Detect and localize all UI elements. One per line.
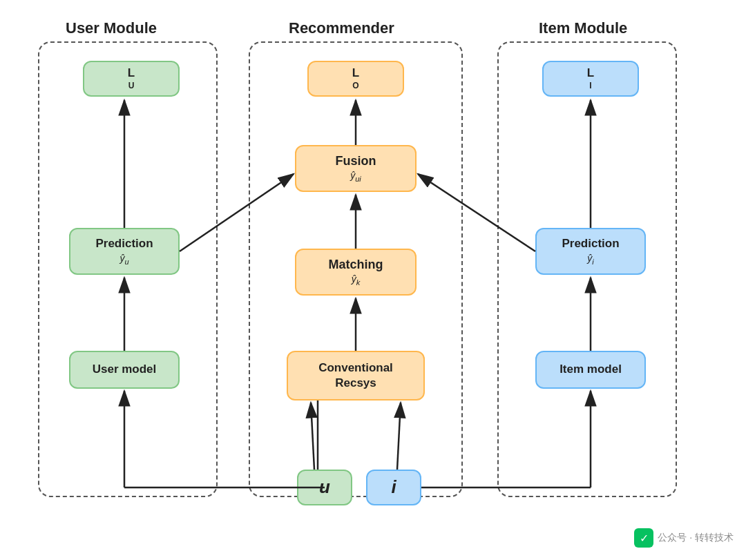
watermark-icon: ✓ (634, 528, 653, 548)
item-prediction-box: Prediction ŷi (535, 228, 646, 275)
item-model-box: Item model (535, 351, 646, 389)
lu-box: LU (83, 61, 180, 97)
user-model-box: User model (69, 351, 180, 389)
i-node: i (366, 470, 421, 505)
user-prediction-box: Prediction ŷu (69, 228, 180, 275)
fusion-box: Fusion ŷui (295, 145, 417, 192)
user-module-title: User Module (66, 19, 157, 37)
item-module-title: Item Module (539, 19, 627, 37)
watermark-text: 公众号 · 转转技术 (658, 532, 734, 544)
recommender-title: Recommender (289, 19, 394, 37)
diagram-container: User Module Recommender Item Module LU L… (0, 0, 746, 560)
conventional-recsys-box: Conventional Recsys (287, 351, 425, 400)
watermark: ✓ 公众号 · 转转技术 (634, 528, 734, 548)
li-box: LI (542, 61, 639, 97)
lo-box: LO (307, 61, 404, 97)
matching-box: Matching ŷk (295, 249, 417, 296)
u-node: u (297, 470, 352, 505)
